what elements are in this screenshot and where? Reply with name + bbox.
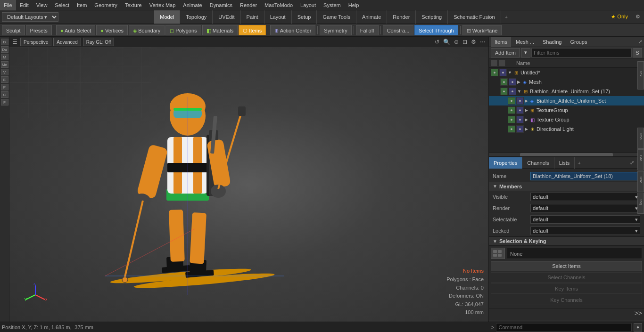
name-input[interactable] xyxy=(530,172,640,180)
tab-setup[interactable]: Setup xyxy=(292,10,317,24)
sidebar-icon-7[interactable]: P xyxy=(1,84,8,90)
arrow-biathlon-group[interactable]: ▼ xyxy=(517,89,521,94)
sidebar-icon-6[interactable]: E xyxy=(1,76,8,83)
eye-untitled[interactable]: ● xyxy=(491,69,498,76)
panel-expand-icon[interactable]: ⤢ xyxy=(638,39,642,44)
edge-tab-tags[interactable]: Tag... xyxy=(637,193,644,214)
menu-view[interactable]: View xyxy=(33,0,51,10)
tab-schematic[interactable]: Schematic Fusion xyxy=(448,10,501,24)
render-untitled[interactable]: ● xyxy=(499,69,507,76)
constraints-button[interactable]: Constra... xyxy=(383,25,414,35)
workplane-button[interactable]: ⊞ WorkPlane xyxy=(462,25,502,35)
arrow-directional-light[interactable]: ▶ xyxy=(525,127,528,131)
tree-item-biathlon-item[interactable]: ● ● ▶ ◈ Biathlon_Athlete_Uniform_Set xyxy=(489,96,644,105)
tab-uvedit[interactable]: UVEdit xyxy=(213,10,240,24)
add-item-button[interactable]: Add Item xyxy=(491,48,520,57)
edge-tab-group[interactable]: Gro... xyxy=(637,149,644,170)
menu-texture[interactable]: Texture xyxy=(121,0,146,10)
viewport-menu-icon[interactable]: ☰ xyxy=(11,39,18,45)
select-items-button[interactable]: Select Items xyxy=(491,261,642,271)
menu-file[interactable]: File xyxy=(0,0,16,10)
menu-maxtomodo[interactable]: MaxToModo xyxy=(261,0,297,10)
eye-biathlon-item[interactable]: ● xyxy=(508,97,515,105)
command-input[interactable] xyxy=(496,323,632,332)
tree-item-directional-light[interactable]: ● ● ▶ ☀ Directional Light xyxy=(489,124,644,134)
filter-s-button[interactable]: S xyxy=(633,48,642,57)
viewport-fit-icon[interactable]: ⊡ xyxy=(462,39,468,45)
sidebar-icon-3[interactable]: M xyxy=(1,54,8,60)
edge-tab-texture[interactable]: Tex... xyxy=(637,61,644,89)
members-section[interactable]: ▼ Members xyxy=(489,182,644,191)
eye-texture-group[interactable]: ● xyxy=(508,106,515,114)
menu-system[interactable]: System xyxy=(320,0,345,10)
render-dropdown[interactable]: default ▾ xyxy=(530,204,640,212)
tab-lists[interactable]: Lists xyxy=(554,157,575,169)
layout-dropdown[interactable]: Default Layouts ▾ xyxy=(2,12,58,22)
render-texture-group[interactable]: ● xyxy=(516,106,524,114)
render-mesh[interactable]: ● xyxy=(509,78,516,86)
locked-dropdown[interactable]: default ▾ xyxy=(530,227,640,235)
tree-item-untitled[interactable]: ● ● ▼ ⊞ Untitled* xyxy=(489,68,644,77)
add-tab-button[interactable]: + xyxy=(575,160,583,166)
star-only-label[interactable]: ★ Only xyxy=(607,14,632,20)
eye-mesh[interactable]: ● xyxy=(500,78,508,86)
menu-render[interactable]: Render xyxy=(236,0,261,10)
edge-tab-image[interactable]: Ima... xyxy=(637,128,644,149)
key-items-button[interactable]: Key Items xyxy=(491,283,642,294)
visible-dropdown[interactable]: default ▾ xyxy=(530,193,640,201)
menu-help[interactable]: Help xyxy=(345,0,363,10)
render-texture-group2[interactable]: ● xyxy=(516,116,524,123)
viewport-zoom-out-icon[interactable]: ⊖ xyxy=(453,39,460,45)
action-center-button[interactable]: ⊕ Action Center xyxy=(270,25,315,35)
tab-render[interactable]: Render xyxy=(387,10,416,24)
tab-paint[interactable]: Paint xyxy=(241,10,264,24)
command-execute-button[interactable]: ● xyxy=(634,323,642,332)
sidebar-icon-2[interactable]: Du xyxy=(1,46,8,53)
filter-items-input[interactable] xyxy=(531,48,632,57)
viewport-rotate-icon[interactable]: ↺ xyxy=(434,39,440,45)
auto-select-button[interactable]: ● Auto Select xyxy=(56,25,95,35)
tab-properties[interactable]: Properties xyxy=(489,157,522,169)
edge-tab-user[interactable]: Use... xyxy=(637,171,644,192)
settings-icon[interactable]: ⚙ xyxy=(632,14,644,20)
sidebar-icon-9[interactable]: F xyxy=(1,99,8,105)
render-biathlon-item[interactable]: ● xyxy=(516,97,524,105)
boundary-button[interactable]: ◈ Boundary xyxy=(129,25,165,35)
menu-edit[interactable]: Edit xyxy=(16,0,33,10)
falloff-button[interactable]: Falloff xyxy=(356,25,379,35)
render-directional-light[interactable]: ● xyxy=(516,125,524,133)
menu-select[interactable]: Select xyxy=(51,0,73,10)
viewport-advanced-btn[interactable]: Advanced xyxy=(53,38,81,46)
menu-item[interactable]: Item xyxy=(73,0,91,10)
sidebar-icon-8[interactable]: C xyxy=(1,91,8,98)
render-biathlon-group[interactable]: ● xyxy=(509,88,516,95)
tab-animate[interactable]: Animate xyxy=(356,10,387,24)
viewport-raygl-btn[interactable]: Ray GL: Off xyxy=(83,38,115,46)
menu-layout[interactable]: Layout xyxy=(297,0,320,10)
menu-vertex-map[interactable]: Vertex Map xyxy=(146,0,180,10)
arrow-texture-group[interactable]: ▶ xyxy=(525,108,528,113)
sel-keying-header[interactable]: ▼ Selection & Keying xyxy=(489,236,644,246)
symmetry-button[interactable]: Symmetry xyxy=(320,25,352,35)
viewport-settings-icon[interactable]: ⚙ xyxy=(470,39,477,45)
eye-biathlon-group[interactable]: ● xyxy=(500,88,508,95)
tab-game-tools[interactable]: Game Tools xyxy=(317,10,356,24)
menu-geometry[interactable]: Geometry xyxy=(91,0,121,10)
key-channels-button[interactable]: Key Channels xyxy=(491,295,642,305)
polygons-button[interactable]: ◻ Polygons xyxy=(165,25,201,35)
tab-scripting[interactable]: Scripting xyxy=(416,10,448,24)
panel-collapse-arrow[interactable]: >> xyxy=(635,309,642,317)
tab-shading[interactable]: Shading xyxy=(539,37,565,47)
viewport-more-icon[interactable]: ⋯ xyxy=(479,39,487,45)
sidebar-icon-5[interactable]: V xyxy=(1,69,8,75)
menu-dynamics[interactable]: Dynamics xyxy=(206,0,236,10)
eye-directional-light[interactable]: ● xyxy=(508,125,515,133)
viewport-zoom-in-icon[interactable]: 🔍 xyxy=(442,39,451,45)
add-layout-button[interactable]: + xyxy=(501,14,512,20)
add-item-dropdown[interactable]: ▾ xyxy=(521,48,530,57)
selectable-dropdown[interactable]: default ▾ xyxy=(530,215,640,224)
tab-groups[interactable]: Groups xyxy=(566,37,591,47)
arrow-texture-group2[interactable]: ▶ xyxy=(525,117,528,122)
items-scrollbar[interactable] xyxy=(489,153,644,156)
tab-model[interactable]: Model xyxy=(154,10,180,24)
